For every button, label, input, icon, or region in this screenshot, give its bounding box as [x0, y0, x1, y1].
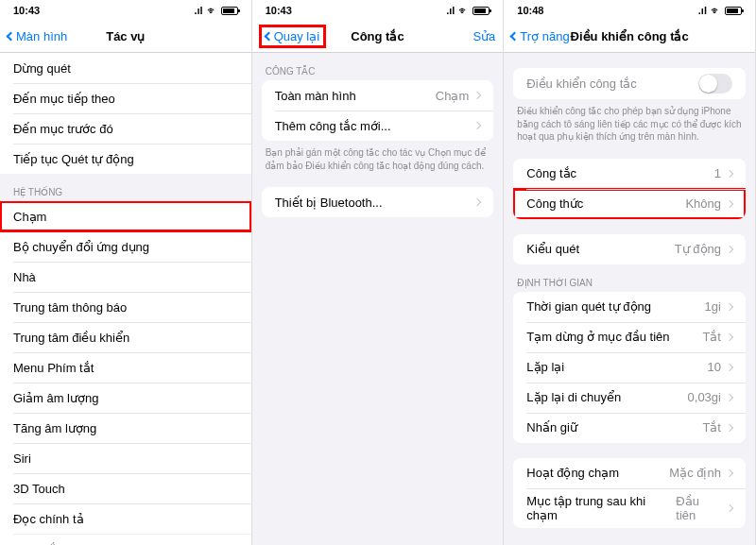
list-group-switches-recipes: Công tắc 1 Công thức Không: [513, 159, 746, 219]
battery-icon: [472, 7, 490, 15]
list-item[interactable]: Nhà: [0, 262, 251, 292]
list-item-cham[interactable]: Chạm: [0, 201, 251, 231]
list-item-fullscreen[interactable]: Toàn màn hình Chạm: [262, 80, 494, 111]
list-group-bluetooth: Thiết bị Bluetooth...: [262, 187, 494, 217]
list-item-recipes[interactable]: Công thức Không: [513, 189, 746, 219]
list-item[interactable]: Tiếp tục Quét tự động: [0, 144, 251, 174]
list-group-scan-style: Kiểu quét Tự động: [513, 234, 746, 264]
back-button[interactable]: Quay lại: [260, 26, 325, 47]
list-item[interactable]: Siri: [0, 443, 251, 473]
signal-icon: .ıl: [194, 5, 202, 16]
list-item-focus-after-tap[interactable]: Mục tập trung sau khi chạm Đầu tiên: [513, 488, 746, 528]
list-group-scan: Dừng quét Đến mục tiếp theo Đến mục trướ…: [0, 53, 251, 174]
list-item-loops[interactable]: Lặp lại 10: [513, 352, 746, 383]
status-time: 10:43: [266, 5, 292, 16]
back-label: Trợ năng: [520, 29, 569, 43]
list-group-tap-behavior: Hoạt động chạm Mặc định Mục tập trung sa…: [513, 458, 746, 528]
chevron-right-icon: [726, 468, 733, 476]
section-footer: Điều khiển công tắc cho phép bạn sử dụng…: [504, 99, 755, 144]
list-item-scan-style[interactable]: Kiểu quét Tự động: [513, 234, 746, 264]
list-item[interactable]: Đến mục tiếp theo: [0, 83, 251, 113]
signal-icon: .ıl: [698, 5, 707, 16]
wifi-icon: ᯤ: [711, 5, 721, 16]
back-label: Quay lại: [274, 29, 319, 43]
list-item-auto-scan-time[interactable]: Thời gian quét tự động 1gi: [513, 292, 746, 322]
status-time: 10:43: [13, 5, 40, 16]
list-item-move-repeat[interactable]: Lặp lại di chuyển 0,03gi: [513, 383, 746, 413]
chevron-right-icon: [726, 332, 733, 340]
status-indicators: .ıl ᯤ: [698, 5, 742, 16]
status-bar: 10:43 .ıl ᯤ: [0, 0, 251, 21]
wifi-icon: ᯤ: [207, 5, 217, 16]
nav-bar: Quay lại Công tắc Sửa: [252, 21, 504, 53]
content-area: Điều khiển công tắc Điều khiển công tắc …: [504, 53, 755, 545]
list-item[interactable]: Phím tắt trợ năng: [0, 534, 251, 545]
battery-icon: [221, 7, 238, 15]
chevron-left-icon: [510, 32, 520, 42]
phone-screen-1: 10:43 .ıl ᯤ Màn hình Tác vụ Dừng quét Đế…: [0, 0, 252, 545]
section-footer: Bạn phải gán một công tắc cho tác vụ Chọ…: [252, 141, 504, 172]
back-button[interactable]: Trợ năng: [511, 29, 569, 43]
status-bar: 10:43 .ıl ᯤ: [252, 0, 504, 21]
list-item-bluetooth[interactable]: Thiết bị Bluetooth...: [262, 187, 494, 217]
list-group-timing: Thời gian quét tự động 1gi Tạm dừng ở mụ…: [513, 292, 746, 443]
back-button[interactable]: Màn hình: [8, 29, 67, 43]
list-item[interactable]: Đọc chính tả: [0, 503, 251, 534]
battery-icon: [725, 7, 742, 15]
status-indicators: .ıl ᯤ: [194, 5, 237, 16]
edit-button[interactable]: Sửa: [472, 29, 495, 43]
nav-bar: Trợ năng Điều khiển công tắc: [504, 21, 755, 53]
list-item-pause-first[interactable]: Tạm dừng ở mục đầu tiên Tắt: [513, 322, 746, 352]
list-group-master-toggle: Điều khiển công tắc: [513, 68, 746, 99]
section-header-system: HỆ THỐNG: [0, 174, 251, 201]
section-header-timing: ĐỊNH THỜI GIAN: [504, 264, 755, 292]
phone-screen-3: 10:48 .ıl ᯤ Trợ năng Điều khiển công tắc…: [504, 0, 756, 545]
chevron-left-icon: [7, 32, 16, 42]
chevron-left-icon: [264, 32, 273, 42]
list-group-switches: Toàn màn hình Chạm Thêm công tắc mới...: [262, 80, 494, 141]
status-time: 10:48: [517, 5, 543, 16]
list-item-add-switch[interactable]: Thêm công tắc mới...: [262, 111, 494, 141]
list-item[interactable]: Bộ chuyển đổi ứng dụng: [0, 231, 251, 262]
chevron-right-icon: [473, 198, 481, 206]
list-item[interactable]: Menu Phím tắt: [0, 352, 251, 383]
status-indicators: .ıl ᯤ: [446, 5, 490, 16]
nav-bar: Màn hình Tác vụ: [0, 21, 251, 53]
list-item-tap-behavior[interactable]: Hoạt động chạm Mặc định: [513, 458, 746, 488]
wifi-icon: ᯤ: [458, 5, 469, 16]
chevron-right-icon: [726, 199, 733, 207]
back-label: Màn hình: [16, 29, 67, 43]
chevron-right-icon: [726, 245, 733, 252]
chevron-right-icon: [726, 169, 733, 177]
list-item[interactable]: Dừng quét: [0, 53, 251, 83]
list-group-system: Chạm Bộ chuyển đổi ứng dụng Nhà Trung tâ…: [0, 201, 251, 545]
phone-screen-2: 10:43 .ıl ᯤ Quay lại Công tắc Sửa CÔNG T…: [252, 0, 505, 545]
list-item[interactable]: Giảm âm lượng: [0, 383, 251, 413]
list-item-long-press[interactable]: Nhấn giữ Tắt: [513, 413, 746, 443]
list-item[interactable]: 3D Touch: [0, 473, 251, 503]
content-area: CÔNG TẮC Toàn màn hình Chạm Thêm công tắ…: [252, 53, 504, 545]
toggle-row-switch-control[interactable]: Điều khiển công tắc: [513, 68, 746, 99]
content-area: Dừng quét Đến mục tiếp theo Đến mục trướ…: [0, 53, 251, 545]
toggle-switch[interactable]: [698, 74, 732, 94]
chevron-right-icon: [726, 503, 733, 511]
chevron-right-icon: [726, 302, 733, 310]
chevron-right-icon: [473, 122, 481, 129]
signal-icon: .ıl: [446, 5, 455, 16]
chevron-right-icon: [726, 363, 733, 370]
chevron-right-icon: [726, 423, 733, 431]
list-item[interactable]: Tăng âm lượng: [0, 413, 251, 443]
list-item[interactable]: Trung tâm điều khiển: [0, 322, 251, 352]
chevron-right-icon: [473, 92, 481, 99]
status-bar: 10:48 .ıl ᯤ: [504, 0, 755, 21]
list-item[interactable]: Trung tâm thông báo: [0, 292, 251, 322]
list-item-switches[interactable]: Công tắc 1: [513, 159, 746, 189]
section-header-switches: CÔNG TẮC: [252, 53, 504, 80]
chevron-right-icon: [726, 393, 733, 400]
list-item[interactable]: Đến mục trước đó: [0, 113, 251, 144]
